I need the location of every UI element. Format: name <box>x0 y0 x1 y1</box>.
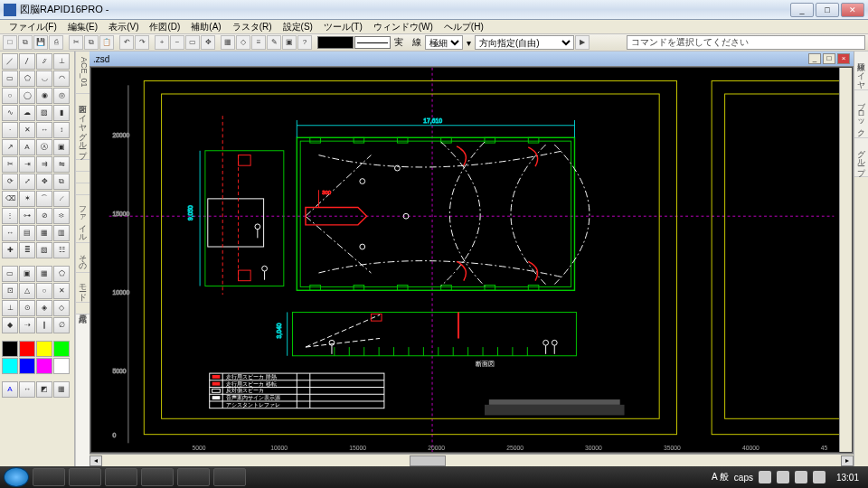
tool-hatch-icon[interactable]: ▨ <box>36 105 52 121</box>
tool-trim-icon[interactable]: ✂ <box>2 156 18 173</box>
tool-break-icon[interactable]: ⊘ <box>36 208 52 224</box>
doc-min-button[interactable]: _ <box>808 53 821 64</box>
tool2-int-icon[interactable]: ✕ <box>53 283 70 299</box>
ime-extra[interactable]: caps <box>734 473 753 483</box>
task-app4[interactable] <box>213 468 246 486</box>
tool-dim2-icon[interactable]: ↕ <box>53 122 70 138</box>
color-blue[interactable] <box>19 358 35 374</box>
linetype-preview[interactable] <box>354 36 391 49</box>
tool3-grid-icon[interactable]: ▦ <box>53 381 70 398</box>
tool-copy-icon[interactable]: ⧉ <box>53 174 70 190</box>
scroll-left-icon[interactable]: ◂ <box>90 455 102 466</box>
tool-perp-icon[interactable]: ⊥ <box>53 53 70 70</box>
tool2-tan-icon[interactable]: ⊙ <box>19 300 35 316</box>
tool-offset-icon[interactable]: ⇉ <box>36 156 52 173</box>
tool-point-icon[interactable]: · <box>2 122 18 138</box>
vtab-mem[interactable]: 記憶 <box>76 172 90 183</box>
tool-donut-icon[interactable]: ◎ <box>53 88 70 104</box>
tool-spline-icon[interactable]: ∿ <box>2 105 18 121</box>
clock[interactable]: 13:01 <box>831 473 864 483</box>
task-app2[interactable] <box>141 468 174 486</box>
redo-icon[interactable]: ↷ <box>135 35 149 50</box>
tool-cross-icon[interactable]: ✕ <box>19 122 35 138</box>
tool-chamfer-icon[interactable]: ⟋ <box>53 191 70 207</box>
tool-pline-icon[interactable]: 〳 <box>19 53 35 70</box>
tool-prop-icon[interactable]: ☷ <box>53 242 70 258</box>
open-icon[interactable]: ⧉ <box>18 35 33 50</box>
task-app1[interactable] <box>105 468 137 486</box>
menu-view[interactable]: 表示(V) <box>103 20 144 33</box>
select-icon[interactable]: ▣ <box>282 35 297 50</box>
doc-max-button[interactable]: □ <box>823 53 835 64</box>
task-ie[interactable] <box>69 468 101 486</box>
tool3-text-icon[interactable]: A <box>2 381 18 398</box>
measure-icon[interactable]: ✎ <box>267 35 281 50</box>
vtab-dim[interactable]: 寸法文字線種 <box>76 160 90 172</box>
tool-line-icon[interactable]: ／ <box>2 53 18 70</box>
tool2-win-icon[interactable]: ▣ <box>19 266 35 282</box>
close-button[interactable]: ✕ <box>841 3 864 17</box>
color-swatch[interactable] <box>317 36 354 49</box>
doc-close-button[interactable]: × <box>837 53 850 64</box>
vtab-scale[interactable]: 縮尺原点 <box>76 303 90 314</box>
color-cyan[interactable] <box>2 358 18 374</box>
tool-extend-icon[interactable]: ⇥ <box>19 156 35 173</box>
layer-icon[interactable]: ≡ <box>251 35 266 50</box>
tool-arc2-icon[interactable]: ◠ <box>53 70 70 87</box>
menu-raster[interactable]: ラスタ(R) <box>227 20 278 33</box>
tool-circle3-icon[interactable]: ◉ <box>36 88 52 104</box>
pan-icon[interactable]: ✥ <box>201 35 215 50</box>
menu-help[interactable]: ヘルプ(H) <box>439 20 489 33</box>
tool-mtext-icon[interactable]: Ⓐ <box>36 139 52 155</box>
tool3-dim-icon[interactable]: ↔ <box>19 381 35 398</box>
tool2-node-icon[interactable]: ◇ <box>53 300 70 316</box>
command-prompt[interactable]: コマンドを選択してください <box>627 35 865 50</box>
tool-explode-icon[interactable]: ✶ <box>19 191 35 207</box>
tool-parallel-icon[interactable]: ⫽ <box>36 53 52 70</box>
tool-rect-icon[interactable]: ▭ <box>2 70 18 87</box>
tool-cloud-icon[interactable]: ☁ <box>19 105 35 121</box>
tool-origin-icon[interactable]: ✚ <box>2 242 18 258</box>
scrollbar-vertical[interactable] <box>839 68 852 452</box>
tool2-poly-icon[interactable]: ⬠ <box>53 266 70 282</box>
tool-dim-icon[interactable]: ↔ <box>36 122 52 138</box>
help-icon[interactable]: ? <box>297 35 312 50</box>
cad-canvas[interactable]: 0 5000 10000 15000 20000 5000 10000 1500… <box>90 67 853 453</box>
grid-icon[interactable]: ▦ <box>221 35 235 50</box>
tool3-coord-icon[interactable]: ◩ <box>36 381 52 398</box>
tray-icon-2[interactable] <box>777 471 789 483</box>
tool-mirror-icon[interactable]: ⇋ <box>53 156 70 173</box>
tool2-none-icon[interactable]: ∅ <box>53 317 70 333</box>
menu-file[interactable]: ファイル(F) <box>4 20 62 33</box>
task-explorer[interactable] <box>33 468 65 486</box>
cut-icon[interactable]: ✂ <box>69 35 83 50</box>
scrollbar-horizontal[interactable]: ◂ ▸ <box>90 454 854 466</box>
copy-icon[interactable]: ⧉ <box>84 35 99 50</box>
maximize-button[interactable]: □ <box>816 3 839 17</box>
tool-text-icon[interactable]: A <box>19 139 35 155</box>
tool2-quad-icon[interactable]: ◆ <box>2 317 18 333</box>
color-magenta[interactable] <box>36 358 52 374</box>
menu-assist[interactable]: 補助(A) <box>185 20 226 33</box>
start-button[interactable] <box>4 467 29 487</box>
tool2-sel-icon[interactable]: ▭ <box>2 266 18 282</box>
tray-icon-1[interactable] <box>759 471 771 483</box>
tool-arc-icon[interactable]: ◡ <box>36 70 52 87</box>
menu-settings[interactable]: 設定(S) <box>278 20 318 33</box>
tool2-near-icon[interactable]: ◈ <box>36 300 52 316</box>
print-icon[interactable]: ⎙ <box>49 35 63 50</box>
tool2-ext-icon[interactable]: ⇢ <box>19 317 35 333</box>
vtab-other[interactable]: その他 <box>76 243 90 273</box>
tool2-cross-icon[interactable]: ▦ <box>36 266 52 282</box>
tool-scale-icon[interactable]: ⤢ <box>19 174 35 190</box>
tool-fillet-icon[interactable]: ⌒ <box>36 191 52 207</box>
tool2-perp-icon[interactable]: ⊥ <box>2 300 18 316</box>
linewidth-select[interactable]: 極細 <box>425 35 463 50</box>
scroll-thumb[interactable] <box>410 455 446 466</box>
color-red[interactable] <box>19 341 35 357</box>
scroll-right-icon[interactable]: ▸ <box>841 455 854 466</box>
tool-group-icon[interactable]: ▦ <box>36 225 52 241</box>
tool2-mid-icon[interactable]: △ <box>19 283 35 299</box>
vtab-file[interactable]: ファイル入出力 <box>76 195 90 243</box>
tool-fill-icon[interactable]: ▮ <box>53 105 70 121</box>
